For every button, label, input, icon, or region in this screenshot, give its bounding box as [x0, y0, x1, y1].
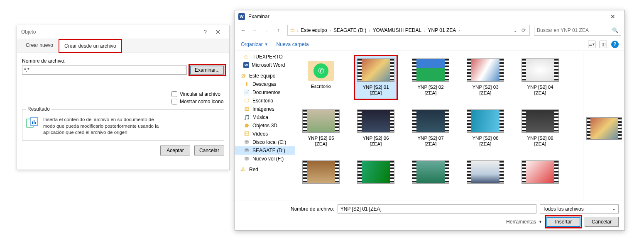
- icon-checkbox-input[interactable]: [171, 99, 177, 104]
- drive-icon: ⛃: [243, 156, 250, 162]
- view-mode-icon[interactable]: ☰▾: [588, 41, 595, 48]
- filename-input[interactable]: [22, 66, 187, 75]
- preview-pane-icon[interactable]: ◫: [600, 41, 607, 48]
- video-file-item[interactable]: YNP [S2] 08 [ZEA]: [465, 107, 506, 150]
- tree-item[interactable]: 🖧Red: [235, 165, 295, 174]
- file-name-label: YNP [S2] 08 [ZEA]: [472, 135, 498, 147]
- breadcrumb-segment[interactable]: Este equipo: [299, 27, 328, 34]
- browse-dialog: W Examinar ✕ ← → ⌄ ↑ 🗀 › Este equipo› SE…: [235, 10, 625, 231]
- thumbnail: [412, 109, 449, 133]
- tree-item[interactable]: ⛃Disco local (C:): [235, 138, 295, 146]
- thumbnail: [467, 109, 504, 133]
- browse-cancel-button[interactable]: Cancelar: [585, 217, 619, 227]
- file-name-label: YNP [S2] 05 [ZEA]: [308, 135, 334, 147]
- tree-item-label: Descargas: [252, 81, 276, 87]
- file-list[interactable]: ✆EscritorioYNP [S2] 01 [ZEA]YNP [S2] 02 …: [295, 51, 583, 201]
- tree-item[interactable]: ⛃Nuevo vol (F:): [235, 155, 295, 163]
- insert-button[interactable]: Insertar: [546, 217, 580, 227]
- breadcrumb[interactable]: 🗀 › Este equipo› SEAGATE (D:)› YOWAMUSHI…: [287, 25, 530, 36]
- video-file-item[interactable]: [355, 158, 397, 186]
- tab-create-from-file[interactable]: Crear desde un archivo: [59, 39, 122, 53]
- refresh-icon[interactable]: ⟳: [519, 27, 528, 33]
- video-file-item[interactable]: [410, 158, 451, 186]
- video-file-item[interactable]: YNP [S2] 09 [ZEA]: [519, 107, 561, 150]
- link-to-file-check[interactable]: Vincular al archivo: [171, 91, 224, 97]
- thumbnail: [357, 58, 394, 82]
- folder-item[interactable]: ✆Escritorio: [300, 56, 342, 99]
- forward-arrow-icon[interactable]: →: [250, 25, 260, 35]
- folder-tree[interactable]: 🗀TUEXPERTOWMicrosoft Word🖳Este equipo⬇De…: [235, 51, 295, 201]
- search-input[interactable]: [537, 27, 612, 33]
- filename-row: Examinar...: [22, 66, 224, 75]
- video-file-item[interactable]: [465, 158, 506, 186]
- help-icon[interactable]: ?: [203, 29, 207, 35]
- video-file-item[interactable]: YNP [S2] 01 [ZEA]: [355, 56, 397, 99]
- thumbnail: [412, 160, 449, 184]
- cancel-button[interactable]: Cancelar: [194, 146, 224, 155]
- accept-button[interactable]: Aceptar: [160, 146, 190, 155]
- back-arrow-icon[interactable]: ←: [238, 25, 248, 35]
- chevron-down-icon: ⌄: [612, 207, 616, 211]
- show-as-icon-check[interactable]: Mostrar como icono: [171, 99, 224, 104]
- tree-item[interactable]: 📄Documentos: [235, 88, 295, 97]
- result-legend: Resultado: [26, 106, 51, 112]
- tree-item[interactable]: ⬇Descargas: [235, 80, 295, 88]
- tree-item[interactable]: 🎵Música: [235, 113, 295, 121]
- tree-item-label: Vídeos: [252, 131, 268, 137]
- tree-item[interactable]: 🖼Imágenes: [235, 105, 295, 113]
- chevron-down-icon: ▼: [264, 42, 268, 46]
- up-arrow-icon[interactable]: ↑: [273, 25, 283, 35]
- bottom-filename-label: Nombre de archivo:: [291, 206, 334, 212]
- tree-item-label: Este equipo: [249, 73, 275, 79]
- file-type-filter[interactable]: Todos los archivos⌄: [540, 204, 619, 214]
- video-file-item[interactable]: [300, 158, 342, 186]
- tree-item-label: Nuevo vol (F:): [252, 156, 284, 162]
- new-folder-button[interactable]: Nueva carpeta: [277, 41, 309, 47]
- filename-label: Nombre de archivo:: [22, 58, 224, 64]
- browse-bottom: Nombre de archivo: Todos los archivos⌄ H…: [235, 201, 624, 230]
- tree-item[interactable]: ⛃SEAGATE (D:): [235, 146, 295, 155]
- tree-item[interactable]: WMicrosoft Word: [235, 61, 295, 69]
- tree-item[interactable]: ⬟Objetos 3D: [235, 121, 295, 130]
- video-file-item[interactable]: YNP [S2] 02 [ZEA]: [410, 56, 451, 99]
- thumbnail: [357, 160, 394, 184]
- video-file-item[interactable]: YNP [S2] 03 [ZEA]: [465, 56, 506, 99]
- recent-dropdown-icon[interactable]: ⌄: [262, 25, 272, 35]
- video-file-item[interactable]: YNP [S2] 07 [ZEA]: [410, 107, 451, 150]
- breadcrumb-segment[interactable]: YNP 01 ZEA: [426, 27, 458, 34]
- search-box[interactable]: 🔍: [534, 25, 621, 36]
- tree-item[interactable]: 🗀TUEXPERTO: [235, 53, 295, 61]
- doc-icon: 📄: [243, 90, 250, 95]
- video-file-item[interactable]: YNP [S2] 04 [ZEA]: [519, 56, 561, 99]
- drive-icon: ⛃: [243, 148, 250, 153]
- thumbnail: [357, 109, 394, 133]
- close-icon[interactable]: ✕: [605, 11, 621, 22]
- tree-item[interactable]: 🖳Este equipo: [235, 72, 295, 80]
- pc-icon: 🖳: [240, 73, 247, 79]
- tools-menu[interactable]: Herramientas ▼: [506, 219, 542, 225]
- browse-main: 🗀TUEXPERTOWMicrosoft Word🖳Este equipo⬇De…: [235, 51, 624, 201]
- net-icon: 🖧: [240, 167, 247, 172]
- browse-button[interactable]: Examinar...: [190, 66, 224, 75]
- help-icon[interactable]: ?: [611, 41, 619, 48]
- file-name-label: Escritorio: [311, 83, 331, 89]
- breadcrumb-dropdown-icon[interactable]: ⌄: [511, 27, 519, 33]
- tree-item-label: TUEXPERTO: [252, 54, 283, 60]
- svg-rect-4: [35, 122, 36, 124]
- tab-create-new[interactable]: Crear nuevo: [20, 39, 59, 53]
- video-file-item[interactable]: [519, 158, 561, 186]
- video-file-item[interactable]: YNP [S2] 06 [ZEA]: [355, 107, 397, 150]
- link-checkbox-input[interactable]: [171, 91, 177, 97]
- breadcrumb-segment[interactable]: SEAGATE (D:): [332, 27, 368, 34]
- tree-item-label: Objetos 3D: [252, 123, 277, 129]
- object-checkboxes: Vincular al archivo Mostrar como icono: [171, 91, 224, 104]
- close-icon[interactable]: ✕: [210, 26, 225, 38]
- search-icon[interactable]: 🔍: [612, 27, 618, 33]
- tree-item[interactable]: 🎞Vídeos: [235, 130, 295, 138]
- tree-item[interactable]: 🖵Escritorio: [235, 97, 295, 105]
- thumbnail: [522, 160, 559, 184]
- breadcrumb-segment[interactable]: YOWAMUSHI PEDAL: [371, 27, 424, 34]
- bottom-filename-input[interactable]: [338, 204, 536, 214]
- video-file-item[interactable]: YNP [S2] 05 [ZEA]: [300, 107, 342, 150]
- organize-menu[interactable]: Organizar ▼: [241, 41, 268, 47]
